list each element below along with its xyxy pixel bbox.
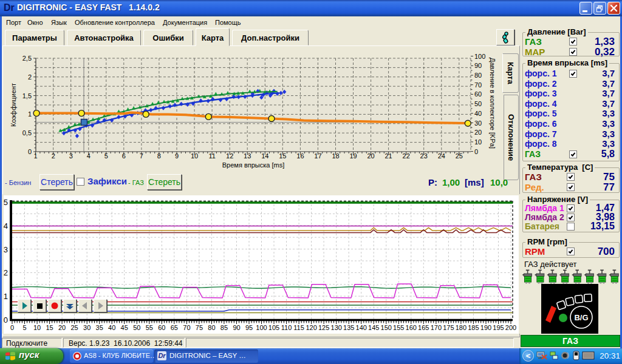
- svg-text:5: 5: [22, 324, 26, 331]
- svg-text:2,5: 2,5: [22, 55, 32, 62]
- svg-text:2: 2: [4, 268, 8, 277]
- svg-text:40: 40: [108, 324, 115, 331]
- svg-text:30: 30: [474, 120, 482, 127]
- svg-text:100: 100: [474, 53, 485, 60]
- svg-text:60: 60: [474, 90, 482, 98]
- svg-text:40: 40: [474, 110, 482, 117]
- svg-text:2: 2: [28, 73, 32, 81]
- svg-text:7: 7: [140, 152, 143, 160]
- svg-text:11: 11: [208, 152, 215, 160]
- svg-text:175: 175: [443, 324, 454, 331]
- svg-text:Время впрыска [ms]: Время впрыска [ms]: [222, 161, 284, 169]
- svg-text:0: 0: [10, 324, 14, 331]
- svg-text:4: 4: [4, 221, 8, 231]
- svg-text:130: 130: [331, 324, 342, 331]
- svg-text:75: 75: [196, 324, 203, 331]
- svg-text:120: 120: [306, 324, 316, 331]
- svg-text:21: 21: [384, 152, 392, 160]
- svg-text:30: 30: [83, 324, 91, 331]
- svg-text:6: 6: [122, 152, 126, 160]
- svg-text:15: 15: [46, 324, 53, 331]
- svg-text:1: 1: [28, 110, 32, 118]
- svg-text:B/G: B/G: [574, 313, 588, 322]
- svg-text:155: 155: [393, 324, 404, 331]
- svg-text:195: 195: [493, 324, 504, 331]
- svg-text:20: 20: [58, 324, 66, 331]
- svg-text:18: 18: [332, 152, 339, 160]
- svg-text:150: 150: [381, 324, 392, 331]
- svg-text:200: 200: [505, 324, 516, 331]
- svg-text:140: 140: [356, 324, 367, 331]
- svg-text:Давление в коллекторе [KPa]: Давление в коллекторе [KPa]: [489, 58, 496, 149]
- svg-text:0,5: 0,5: [22, 129, 32, 136]
- svg-text:45: 45: [121, 324, 128, 331]
- svg-text:15: 15: [279, 152, 286, 160]
- svg-text:0: 0: [28, 148, 32, 155]
- svg-text:35: 35: [96, 324, 103, 331]
- svg-text:8: 8: [157, 152, 161, 160]
- svg-text:3: 3: [69, 152, 73, 160]
- svg-text:2: 2: [52, 152, 55, 160]
- svg-text:90: 90: [233, 324, 240, 331]
- svg-text:80: 80: [474, 72, 482, 79]
- svg-text:110: 110: [281, 324, 292, 331]
- svg-text:95: 95: [245, 324, 253, 331]
- svg-text:5: 5: [104, 152, 108, 160]
- svg-text:100: 100: [256, 324, 267, 331]
- svg-text:16: 16: [296, 152, 304, 160]
- svg-text:3: 3: [4, 245, 8, 254]
- svg-text:135: 135: [343, 324, 354, 331]
- svg-text:170: 170: [431, 324, 442, 331]
- svg-text:25: 25: [456, 152, 463, 160]
- svg-text:19: 19: [349, 152, 357, 160]
- svg-text:90: 90: [474, 62, 482, 69]
- svg-text:20: 20: [367, 152, 374, 160]
- svg-text:12: 12: [226, 152, 233, 160]
- svg-text:9: 9: [175, 152, 179, 160]
- svg-text:0: 0: [4, 315, 8, 325]
- svg-text:125: 125: [318, 324, 329, 331]
- svg-text:5: 5: [4, 198, 8, 207]
- svg-text:25: 25: [70, 324, 78, 331]
- svg-text:60: 60: [158, 324, 165, 331]
- svg-text:4: 4: [87, 152, 91, 160]
- svg-text:23: 23: [420, 152, 428, 160]
- svg-text:22: 22: [403, 152, 410, 160]
- svg-text:13: 13: [244, 152, 251, 160]
- svg-text:14: 14: [261, 152, 268, 160]
- svg-text:20: 20: [474, 129, 482, 136]
- svg-text:105: 105: [268, 324, 279, 331]
- svg-text:70: 70: [183, 324, 190, 331]
- svg-text:185: 185: [468, 324, 479, 331]
- svg-text:85: 85: [220, 324, 228, 331]
- svg-text:50: 50: [474, 100, 482, 107]
- svg-text:190: 190: [480, 324, 491, 331]
- svg-text:10: 10: [191, 152, 198, 160]
- svg-text:1: 1: [4, 292, 8, 301]
- svg-text:115: 115: [293, 324, 304, 331]
- svg-text:80: 80: [208, 324, 215, 331]
- svg-text:24: 24: [438, 152, 445, 160]
- svg-text:0: 0: [474, 148, 478, 155]
- svg-text:165: 165: [418, 324, 429, 331]
- svg-text:1: 1: [34, 152, 38, 160]
- svg-text:17: 17: [314, 152, 321, 160]
- svg-text:70: 70: [474, 81, 482, 89]
- svg-text:180: 180: [456, 324, 466, 331]
- svg-text:10: 10: [33, 324, 41, 331]
- svg-text:10: 10: [474, 138, 482, 146]
- svg-text:160: 160: [406, 324, 417, 331]
- svg-text:1,5: 1,5: [22, 92, 32, 99]
- svg-text:Коэффициент: Коэффициент: [10, 83, 17, 127]
- svg-text:145: 145: [368, 324, 379, 331]
- svg-text:55: 55: [146, 324, 153, 331]
- svg-text:65: 65: [171, 324, 178, 331]
- svg-text:50: 50: [133, 324, 140, 331]
